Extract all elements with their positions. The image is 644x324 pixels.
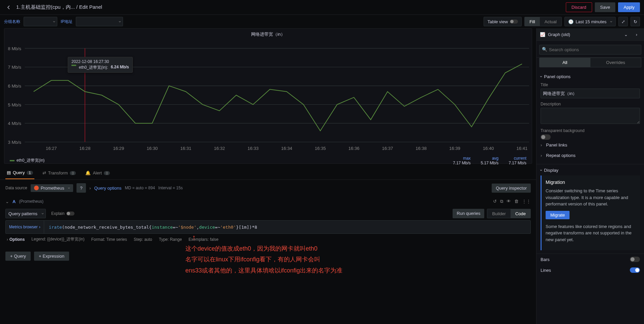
- switch-icon: [510, 20, 518, 24]
- svg-text:5 Mb/s: 5 Mb/s: [8, 102, 22, 107]
- run-queries-button[interactable]: Run queries: [453, 209, 484, 218]
- tooltip-series: eth0_进带宽(in):: [79, 65, 108, 70]
- section-display[interactable]: › Display: [541, 168, 640, 173]
- search-options-input[interactable]: [539, 45, 641, 55]
- svg-text:16:37: 16:37: [382, 146, 393, 151]
- panel-title: 网络进带宽（in）: [7, 31, 529, 37]
- collapse-icon[interactable]: ⌄: [5, 199, 9, 204]
- explain-label: Explain: [51, 211, 64, 216]
- save-button[interactable]: Save: [595, 2, 616, 12]
- panel-title-input[interactable]: [541, 89, 640, 98]
- zoom-out-button[interactable]: ⤢: [618, 17, 628, 26]
- breadcrumb[interactable]: 1.主机基础监控(cpu，内... / Edit Panel: [16, 4, 102, 10]
- arrow-left-icon: [6, 5, 11, 10]
- viz-picker-expand[interactable]: ⌄: [622, 30, 630, 38]
- tab-transform[interactable]: ⇄ Transform 0: [41, 167, 78, 179]
- exemplars-info: Exemplars: false: [189, 237, 219, 242]
- viz-picker-next[interactable]: ›: [633, 30, 641, 38]
- chevron-down-icon: [609, 19, 612, 24]
- add-query-button[interactable]: +Query: [5, 252, 31, 261]
- query-letter[interactable]: A: [12, 199, 16, 204]
- options-toggle[interactable]: Options: [9, 237, 25, 242]
- svg-text:3 Mb/s: 3 Mb/s: [8, 140, 22, 145]
- var-ip-select[interactable]: [76, 17, 123, 26]
- database-icon: ▤: [7, 170, 11, 175]
- chevron-right-icon: ›: [39, 225, 40, 229]
- trash-icon[interactable]: 🗑: [514, 199, 519, 204]
- transform-count-badge: 0: [70, 171, 76, 175]
- transparent-toggle[interactable]: [541, 134, 551, 140]
- metrics-browser-button[interactable]: Metrics browser ›: [6, 221, 44, 233]
- apply-button[interactable]: Apply: [618, 2, 640, 12]
- var-ip-label: IP地址: [61, 19, 72, 25]
- code-toggle[interactable]: Code: [511, 209, 530, 218]
- bars-toggle[interactable]: [630, 257, 640, 262]
- fill-toggle[interactable]: Fill: [525, 17, 540, 26]
- query-options-link[interactable]: Query options: [94, 186, 121, 191]
- back-button[interactable]: [4, 3, 13, 12]
- md-info: MD = auto = 894: [125, 186, 155, 190]
- panel-description-input[interactable]: [541, 108, 640, 124]
- tab-overrides[interactable]: Overrides: [590, 58, 641, 67]
- chevron-down-icon: ›: [539, 169, 544, 171]
- add-expression-button[interactable]: +Expression: [34, 252, 69, 261]
- legend-series-name[interactable]: eth0_进带宽(in): [17, 158, 44, 163]
- title-field-label: Title: [541, 83, 640, 87]
- datasource-help-button[interactable]: ?: [76, 183, 86, 193]
- step-info: Step: auto: [134, 237, 152, 242]
- time-range-picker[interactable]: 🕓 Last 15 minutes: [564, 17, 616, 26]
- svg-text:16:39: 16:39: [449, 146, 460, 151]
- svg-text:16:27: 16:27: [46, 146, 57, 151]
- actual-toggle[interactable]: Actual: [540, 17, 561, 26]
- table-view-toggle[interactable]: Table view: [484, 17, 522, 26]
- migration-heading: Migration: [546, 180, 636, 185]
- svg-text:16:34: 16:34: [281, 146, 292, 151]
- var-group-select[interactable]: [24, 17, 57, 26]
- svg-text:16:41: 16:41: [517, 146, 528, 151]
- promql-editor[interactable]: irate(node_network_receive_bytes_total{i…: [47, 225, 530, 230]
- tab-all[interactable]: All: [540, 58, 590, 67]
- tab-query[interactable]: ▤ Query 1: [5, 167, 34, 179]
- drag-handle-icon[interactable]: ⋮⋮: [522, 199, 531, 204]
- table-view-label: Table view: [487, 19, 508, 24]
- bars-label: Bars: [541, 257, 550, 262]
- datasource-select[interactable]: Prometheus: [31, 184, 73, 192]
- tab-alert[interactable]: 🔔 Alert 0: [84, 167, 111, 179]
- explain-toggle[interactable]: [66, 212, 74, 216]
- query-ds-hint: (Prometheus): [19, 199, 43, 204]
- svg-text:16:36: 16:36: [348, 146, 360, 151]
- alert-count-badge: 0: [104, 171, 110, 175]
- zoom-out-icon: ⤢: [621, 19, 625, 24]
- section-repeat-options[interactable]: Repeat options: [541, 150, 640, 161]
- section-panel-options[interactable]: › Panel options: [541, 74, 640, 79]
- viz-type-picker[interactable]: 📈 Graph (old): [540, 32, 619, 37]
- svg-text:8 Mb/s: 8 Mb/s: [8, 46, 22, 51]
- query-inspector-button[interactable]: Query inspector: [492, 184, 531, 193]
- migration-text-1: Consider switching to the Time series vi…: [546, 188, 636, 207]
- history-icon[interactable]: ↺: [493, 199, 497, 204]
- chart-canvas[interactable]: 8 Mb/s 7 Mb/s 6 Mb/s 5 Mb/s 4 Mb/s 3 Mb/…: [7, 39, 529, 155]
- prometheus-icon: [34, 186, 39, 190]
- query-patterns-select[interactable]: Query patterns: [5, 209, 46, 218]
- discard-button[interactable]: Discard: [566, 2, 592, 12]
- svg-text:6 Mb/s: 6 Mb/s: [8, 84, 22, 89]
- tooltip-time: 2022-12-08 16:27:30: [71, 59, 129, 64]
- duplicate-icon[interactable]: ⧉: [500, 199, 503, 204]
- migrate-button[interactable]: Migrate: [546, 211, 570, 219]
- tooltip-value: 6.24 Mb/s: [111, 65, 129, 70]
- datasource-label: Data source: [5, 186, 27, 190]
- section-panel-links[interactable]: Panel links: [541, 140, 640, 150]
- question-icon: ?: [80, 186, 83, 191]
- var-group-label: 分组名称: [4, 19, 20, 25]
- svg-text:7 Mb/s: 7 Mb/s: [8, 65, 22, 70]
- builder-toggle[interactable]: Builder: [487, 209, 510, 218]
- search-icon: 🔍: [542, 47, 547, 52]
- lines-toggle[interactable]: [630, 267, 640, 273]
- refresh-button[interactable]: ↻: [631, 17, 640, 26]
- legend-avg-value: 5.17 Mb/s: [481, 161, 499, 165]
- eye-icon[interactable]: 👁: [507, 199, 511, 204]
- legend-current-label: current: [509, 156, 526, 161]
- svg-text:16:31: 16:31: [180, 146, 191, 151]
- transparent-label: Transparent background: [541, 128, 640, 133]
- chevron-down-icon: ›: [539, 76, 544, 77]
